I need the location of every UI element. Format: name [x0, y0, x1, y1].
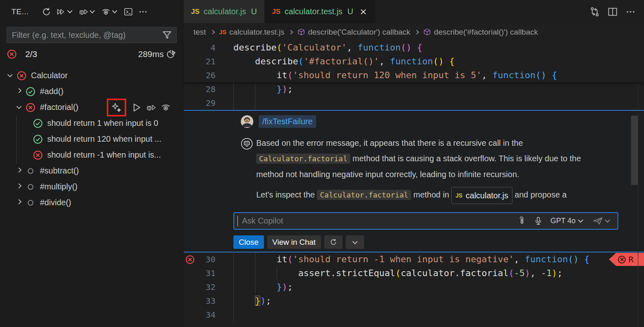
test-status-fail-icon [25, 102, 36, 113]
line-number: 33 [196, 296, 215, 306]
split-editor-icon[interactable] [606, 5, 620, 19]
code-line-29[interactable]: 29 [184, 96, 644, 110]
tree-chevron-down-icon[interactable] [6, 73, 16, 78]
watch-dropdown-icon[interactable] [112, 8, 117, 13]
js-file-icon: JS [272, 8, 281, 16]
test-tree: Calculator#add()#factorial()should retur… [0, 68, 183, 211]
open-changes-icon[interactable] [588, 5, 602, 19]
breadcrumb-label: calculator.test.js [229, 28, 284, 37]
tab-filename: calculator.test.js [285, 7, 343, 16]
line-number: 28 [196, 84, 215, 94]
microphone-icon[interactable] [534, 216, 543, 226]
code-line-4[interactable]: 4describe('Calculator', function() { [184, 41, 644, 55]
editor-more-actions-icon[interactable] [624, 5, 637, 19]
code-line-32[interactable]: 32 }); [184, 280, 644, 294]
chat-scrollbar-thumb[interactable] [631, 116, 638, 185]
test-label: #multiply() [40, 182, 77, 191]
regenerate-button[interactable] [324, 235, 343, 249]
slash-command-chip[interactable]: /fixTestFailure [259, 115, 316, 128]
gutter-spacer [184, 294, 196, 308]
view-in-chat-button[interactable]: View in Chat [267, 235, 321, 249]
copilot-icon [241, 138, 253, 150]
editor-tab-calculator.test.js[interactable]: JS calculator.test.js U [265, 0, 376, 23]
close-button[interactable]: Close [233, 235, 264, 249]
tree-chevron-down-icon[interactable] [15, 105, 25, 110]
model-dropdown-icon[interactable] [578, 217, 583, 223]
test-failure-flag[interactable]: R [609, 253, 644, 266]
model-picker[interactable]: GPT 4o [550, 217, 585, 225]
tab-filename: calculator.js [204, 7, 246, 16]
gutter-test-failed-icon[interactable] [184, 252, 196, 266]
test-tree-item[interactable]: #subtract() [0, 163, 183, 179]
test-status-none-icon [25, 198, 36, 208]
more-chat-actions-button[interactable] [346, 235, 364, 249]
file-reference-chip[interactable]: JScalculator.js [451, 187, 512, 204]
gutter-spacer [184, 82, 196, 96]
code-line-21[interactable]: 21 describe('#factorial()', function() { [184, 55, 644, 68]
copilot-sparkle-icon[interactable] [111, 102, 122, 113]
breadcrumb-item[interactable]: test [193, 28, 206, 37]
test-tree-item[interactable]: Calculator [0, 68, 183, 83]
breadcrumb-item[interactable]: describe('#factorial()') callback [423, 28, 538, 37]
breadcrumb-label: describe('#factorial()') callback [434, 28, 538, 37]
line-content: }); [233, 280, 293, 294]
run-all-tests-button[interactable] [54, 5, 74, 19]
line-content: describe('#factorial()', function() { [233, 55, 455, 68]
attach-context-icon[interactable] [517, 216, 526, 226]
js-file-icon: JS [191, 8, 200, 16]
debug-all-tests-button[interactable] [77, 5, 97, 19]
breadcrumb-item[interactable]: describe('Calculator') callback [297, 28, 410, 37]
test-tree-item[interactable]: should return 120 when input ... [0, 131, 183, 147]
test-tree-item[interactable]: #multiply() [0, 179, 183, 195]
test-label: should return 120 when input ... [47, 134, 161, 144]
gutter-spacer [184, 280, 196, 294]
code-line-30[interactable]: 30 it('should return -1 when input is ne… [184, 252, 644, 266]
chat-input[interactable] [237, 216, 517, 226]
tree-chevron-right-icon[interactable] [15, 184, 25, 189]
git-untracked-badge: U [251, 7, 257, 16]
code-line-26[interactable]: 26 it('should return 120 when input is 5… [184, 68, 644, 82]
test-status-fail-icon [33, 150, 43, 160]
show-test-output-icon[interactable] [121, 5, 135, 19]
tree-chevron-right-icon[interactable] [15, 89, 25, 94]
debug-test-icon[interactable] [146, 102, 156, 113]
gutter-spacer [184, 308, 196, 322]
send-icon[interactable] [592, 215, 603, 226]
test-tree-item[interactable]: #add() [0, 83, 183, 99]
code-line-34[interactable]: 34 [184, 308, 644, 322]
watch-test-icon[interactable] [160, 102, 171, 113]
watch-tests-button[interactable] [99, 5, 119, 19]
tree-chevron-right-icon[interactable] [15, 168, 25, 173]
code-line-28[interactable]: 28 }); [184, 82, 644, 96]
test-run-duration: 289ms [138, 49, 164, 59]
flag-error-icon [618, 256, 626, 263]
test-tree-item[interactable]: #divide() [0, 195, 183, 211]
run-test-icon[interactable] [131, 102, 142, 113]
tree-indent-guide [16, 116, 17, 164]
rerun-last-run-icon[interactable] [166, 49, 177, 59]
test-label: #factorial() [40, 103, 78, 112]
test-tree-item[interactable]: should return 1 when input is 0 [0, 115, 183, 131]
more-actions-icon[interactable] [136, 5, 150, 19]
code-line-33[interactable]: 33 }); [184, 294, 644, 308]
code-above-chat: 28 });29 [184, 82, 644, 110]
response-paragraph-2: Let's inspect the Calculator.factorial m… [256, 187, 607, 204]
tree-chevron-right-icon[interactable] [15, 200, 25, 205]
code-line-31[interactable]: 31 assert.strictEqual(calculator.factori… [184, 266, 644, 280]
editor-tab-calculator.js[interactable]: JS calculator.js U [184, 0, 265, 23]
git-untracked-badge: U [347, 7, 353, 16]
close-tab-icon[interactable] [359, 7, 368, 16]
refresh-tests-icon[interactable] [40, 5, 53, 19]
debug-all-dropdown-icon[interactable] [90, 8, 95, 13]
code-below-chat: 30 it('should return -1 when input is ne… [184, 252, 644, 322]
test-tree-item[interactable]: should return -1 when input is... [0, 147, 183, 163]
testing-panel: TE... 2/3 289ms Calculator#add()#factori… [0, 0, 183, 327]
breadcrumb-item[interactable]: JScalculator.test.js [219, 28, 285, 37]
run-all-dropdown-icon[interactable] [67, 8, 73, 13]
test-tree-item[interactable]: #factorial() [0, 99, 183, 115]
filter-icon[interactable] [162, 30, 172, 40]
line-number: 32 [196, 282, 215, 292]
send-dropdown-icon[interactable] [605, 217, 610, 223]
test-filter-input[interactable] [7, 31, 162, 40]
editor-scrollbar-track [638, 41, 638, 327]
